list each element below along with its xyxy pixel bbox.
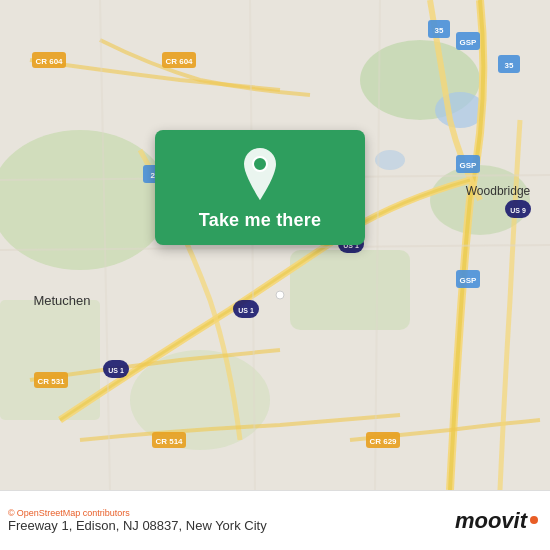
svg-text:US 9: US 9: [510, 207, 526, 214]
attribution-row: © OpenStreetMap contributors: [8, 508, 267, 518]
svg-text:CR 604: CR 604: [35, 57, 63, 66]
svg-text:35: 35: [435, 26, 444, 35]
svg-point-47: [276, 291, 284, 299]
osm-attribution-text: OpenStreetMap contributors: [17, 508, 130, 518]
location-pin-icon: [238, 148, 282, 200]
address-text: Freeway 1, Edison, NJ 08837, New York Ci…: [8, 518, 267, 533]
svg-text:US 1: US 1: [108, 367, 124, 374]
svg-text:Metuchen: Metuchen: [33, 293, 90, 308]
navigation-card: Take me there: [155, 130, 365, 245]
take-me-there-button[interactable]: Take me there: [199, 210, 321, 231]
moovit-dot: [530, 516, 538, 524]
svg-text:GSP: GSP: [460, 38, 478, 47]
svg-text:US 1: US 1: [238, 307, 254, 314]
svg-text:CR 514: CR 514: [155, 437, 183, 446]
svg-text:GSP: GSP: [460, 161, 478, 170]
bottom-bar: © OpenStreetMap contributors Freeway 1, …: [0, 490, 550, 550]
moovit-logo-text: moovit: [455, 508, 527, 534]
map-container: GSP GSP GSP 35 35 US 1 US 1 US 1 US 9 27…: [0, 0, 550, 490]
map-background: GSP GSP GSP 35 35 US 1 US 1 US 1 US 9 27…: [0, 0, 550, 490]
svg-point-48: [253, 157, 267, 171]
copyright-icon: ©: [8, 508, 15, 518]
moovit-logo: moovit: [455, 508, 538, 534]
svg-text:CR 531: CR 531: [37, 377, 65, 386]
osm-link[interactable]: OpenStreetMap contributors: [17, 508, 130, 518]
svg-text:CR 629: CR 629: [369, 437, 397, 446]
svg-text:Woodbridge: Woodbridge: [466, 184, 531, 198]
address-section: © OpenStreetMap contributors Freeway 1, …: [8, 508, 267, 533]
svg-text:GSP: GSP: [460, 276, 478, 285]
svg-text:35: 35: [505, 61, 514, 70]
svg-point-8: [375, 150, 405, 170]
svg-text:CR 604: CR 604: [165, 57, 193, 66]
